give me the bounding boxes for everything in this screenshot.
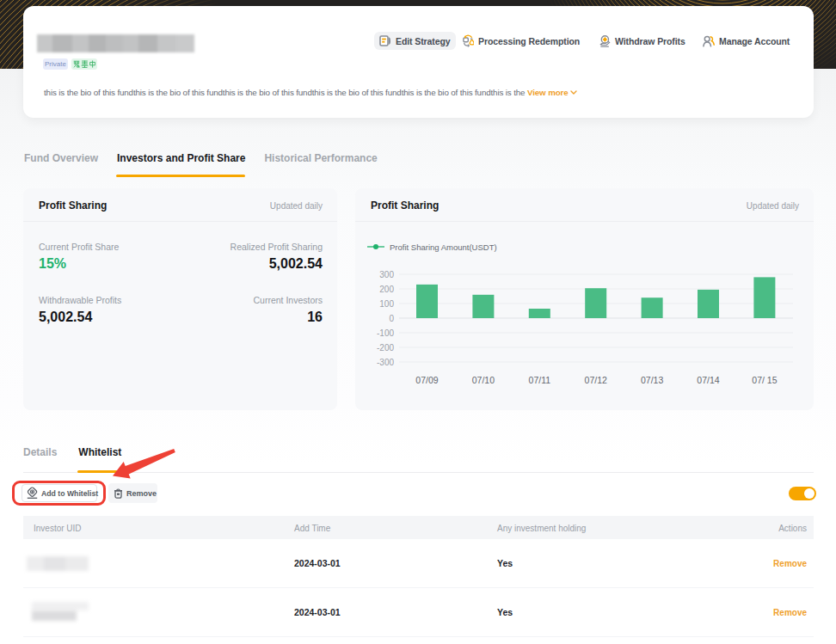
svg-text:Profit Sharing Amount(USDT): Profit Sharing Amount(USDT) bbox=[390, 242, 497, 252]
svg-text:200: 200 bbox=[379, 285, 394, 294]
svg-text:07/11: 07/11 bbox=[529, 375, 551, 385]
svg-text:-100: -100 bbox=[377, 328, 394, 338]
svg-text:07/13: 07/13 bbox=[641, 375, 663, 385]
svg-text:07/12: 07/12 bbox=[585, 375, 607, 385]
svg-text:-200: -200 bbox=[377, 343, 394, 353]
svg-text:100: 100 bbox=[379, 299, 394, 309]
svg-text:07/14: 07/14 bbox=[697, 375, 719, 385]
svg-text:07/10: 07/10 bbox=[472, 375, 495, 385]
svg-text:0: 0 bbox=[389, 314, 394, 323]
svg-text:07/09: 07/09 bbox=[415, 375, 438, 385]
svg-text:-300: -300 bbox=[377, 358, 394, 367]
svg-text:300: 300 bbox=[379, 270, 394, 279]
svg-text:07/ 15: 07/ 15 bbox=[752, 375, 777, 385]
